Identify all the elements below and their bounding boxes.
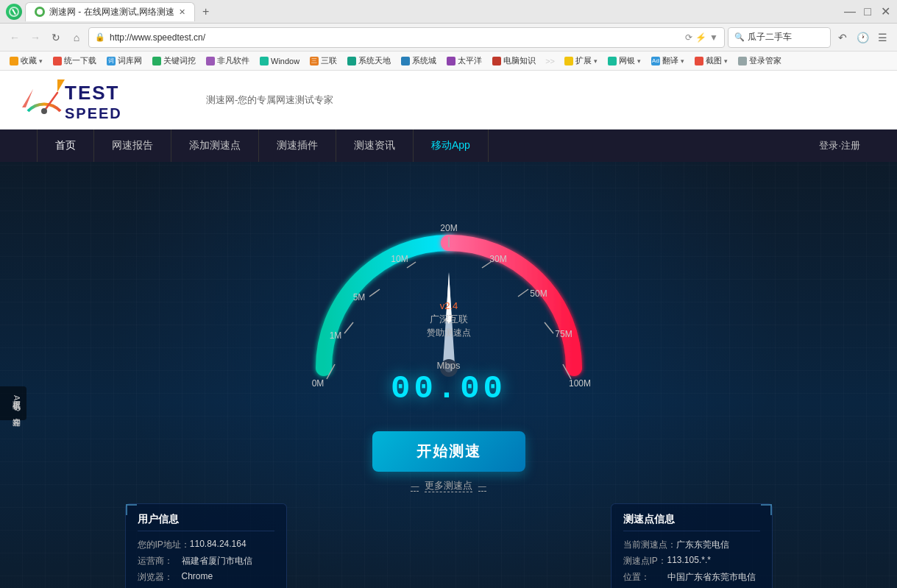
svg-text:广深互联: 广深互联 [430, 314, 468, 325]
svg-text:赞助测速点: 赞助测速点 [427, 327, 471, 338]
bookmark-label: 非凡软件 [217, 55, 249, 66]
maximize-btn[interactable]: □ [862, 6, 873, 18]
bookmark-ciku[interactable]: 词 词库网 [103, 54, 146, 68]
nav-login[interactable]: 登录·注册 [819, 139, 860, 152]
search-icon: 🔍 [734, 32, 745, 42]
gauge-container: 0M 1M 5M 10M 20M [265, 191, 633, 412]
website-content: TEST SPEED 测速网-您的专属网速测试专家 首页 网速报告 添加测速点 … [0, 71, 897, 588]
search-box[interactable]: 🔍 瓜子二手车 [728, 27, 831, 48]
bookmark-icon [260, 57, 269, 65]
logo-speed-text: SPEED [65, 105, 122, 121]
dropdown-icon[interactable]: ▼ [709, 32, 718, 43]
reload-btn[interactable]: ↻ [47, 29, 65, 46]
refresh-addr-icon[interactable]: ⟳ [685, 32, 692, 43]
bookmark-translate[interactable]: Ad 翻译 ▾ [648, 54, 688, 68]
bookmark-label: 翻译 [662, 55, 678, 66]
svg-text:50M: 50M [530, 288, 547, 299]
more-servers-link[interactable]: — 更多测速点 — [118, 479, 780, 492]
site-nav: 首页 网速报告 添加测速点 测速插件 测速资讯 移动App 登录·注册 [0, 130, 897, 162]
chevron-down-icon: ▾ [594, 57, 598, 65]
bookmark-pacific[interactable]: 太平洋 [443, 54, 486, 68]
svg-point-1 [41, 108, 47, 114]
bookmark-label: 系统城 [412, 55, 436, 66]
address-icons: ⟳ ⚡ ▼ [685, 32, 718, 43]
browser-tab[interactable]: 测速网 - 在线网速测试,网络测速 ✕ [25, 2, 195, 21]
site-header: TEST SPEED 测速网-您的专属网速测试专家 [0, 71, 897, 130]
url-text: http://www.speedtest.cn/ [110, 32, 681, 43]
sidebar-mobile-app[interactable]: 下载手机APP客户端 [0, 386, 26, 419]
address-bar[interactable]: 🔒 http://www.speedtest.cn/ ⟳ ⚡ ▼ [88, 27, 725, 48]
back-btn[interactable]: ← [6, 29, 24, 46]
user-isp-row: 运营商： 福建省厦门市电信 [138, 555, 274, 567]
tab-close-btn[interactable]: ✕ [179, 7, 185, 17]
close-btn[interactable]: ✕ [879, 6, 891, 18]
speedtest-container: 0M 1M 5M 10M 20M [118, 177, 780, 588]
chevron-down-icon: ▾ [681, 57, 684, 65]
speed-value-display: 00.00 [391, 372, 506, 405]
start-btn-wrapper: 开始测速 [118, 431, 780, 472]
info-panels: 用户信息 您的IP地址： 110.84.24.164 运营商： 福建省厦门市电信… [118, 503, 780, 588]
bookmark-icon [347, 57, 356, 65]
bookmark-sanlan[interactable]: 三 三联 [306, 54, 341, 68]
bookmark-icon [738, 57, 747, 65]
nav-item-news[interactable]: 测速资讯 [336, 130, 414, 162]
bookmark-screenshot[interactable]: 截图 ▾ [691, 54, 731, 68]
bookmark-icon [608, 57, 617, 65]
bookmark-label: 太平洋 [458, 55, 482, 66]
panel-spacer [287, 503, 611, 588]
bookmark-download[interactable]: 统一下载 [49, 54, 100, 68]
tab-favicon [35, 7, 45, 17]
speed-unit-label: Mbps [391, 360, 506, 371]
svg-line-6 [344, 322, 353, 333]
bookmarks-bar: 收藏 ▾ 统一下载 词 词库网 关键词挖 非凡软件 Window 三 三联 [0, 52, 897, 71]
bookmark-label: 登录管家 [749, 55, 781, 66]
isp-label: 运营商： [138, 555, 182, 567]
svg-text:30M: 30M [489, 254, 506, 264]
bookmark-extend[interactable]: 扩展 ▾ [561, 54, 601, 68]
bookmark-label: 统一下载 [64, 55, 96, 66]
user-info-panel: 用户信息 您的IP地址： 110.84.24.164 运营商： 福建省厦门市电信… [125, 503, 287, 588]
svg-text:5M: 5M [352, 292, 365, 302]
chevron-down-icon: ▾ [724, 57, 728, 65]
lightning-icon[interactable]: ⚡ [695, 32, 706, 43]
bookmark-icon: Ad [651, 57, 660, 65]
menu-btn[interactable]: ☰ [873, 29, 891, 46]
minimize-btn[interactable]: — [844, 6, 856, 18]
bookmark-systemcity[interactable]: 系统城 [397, 54, 440, 68]
bookmark-pcknow[interactable]: 电脑知识 [489, 54, 539, 68]
server-info-title: 测速点信息 [623, 513, 760, 531]
new-tab-btn[interactable]: + [195, 2, 216, 21]
logo-area: TEST SPEED [15, 76, 177, 124]
bookmark-collections[interactable]: 收藏 ▾ [6, 54, 46, 68]
nav-item-plugin[interactable]: 测速插件 [259, 130, 336, 162]
bookmark-login[interactable]: 登录管家 [734, 54, 785, 68]
security-icon: 🔒 [95, 32, 105, 42]
server-location-label: 位置： [623, 571, 667, 584]
start-speed-test-btn[interactable]: 开始测速 [372, 431, 525, 472]
bookmark-keywords[interactable]: 关键词挖 [149, 54, 199, 68]
bookmark-label: 关键词挖 [163, 55, 196, 66]
bookmark-window[interactable]: Window [256, 55, 303, 67]
svg-text:100M: 100M [568, 378, 590, 389]
server-location-value: 中国广东省东莞市电信 [667, 571, 760, 584]
server-ip-label: 测速点IP： [623, 555, 667, 567]
svg-text:20M: 20M [440, 223, 457, 233]
speedtest-main: 下载手机APP客户端 [0, 162, 897, 588]
history-btn[interactable]: 🕐 [854, 29, 871, 46]
nav-item-mobile[interactable]: 移动App [414, 130, 489, 162]
bookmark-feifan[interactable]: 非凡软件 [202, 54, 253, 68]
nav-item-home[interactable]: 首页 [37, 130, 94, 162]
isp-value: 福建省厦门市电信 [182, 555, 274, 567]
browser-chrome: 测速网 - 在线网速测试,网络测速 ✕ + — □ ✕ ← → ↻ ⌂ 🔒 ht… [0, 0, 897, 71]
bookmark-icon [447, 57, 455, 65]
nav-item-addpoint[interactable]: 添加测速点 [171, 130, 259, 162]
home-btn[interactable]: ⌂ [68, 29, 85, 46]
bookmark-systemhome[interactable]: 系统天地 [344, 54, 394, 68]
bookmark-icon [695, 57, 703, 65]
forward-btn[interactable]: → [26, 29, 44, 46]
nav-item-reports[interactable]: 网速报告 [94, 130, 171, 162]
bookmark-bank[interactable]: 网银 ▾ [604, 54, 645, 68]
bookmarks-more: >> [542, 57, 558, 65]
server-ip-value: 113.105.*.* [667, 555, 760, 565]
bookmark-btn[interactable]: ↶ [834, 29, 851, 46]
